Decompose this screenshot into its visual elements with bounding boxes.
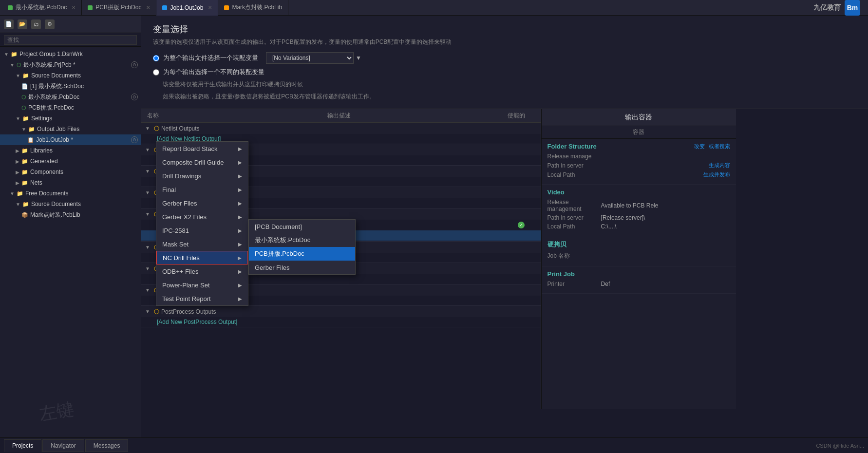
enabled-circle-gerber: ✓ (518, 222, 525, 228)
var-desc: 该变量的选项仅适用于从该页面生成的输出。对于PCB配置的发布，变量的使用通常由P… (153, 38, 856, 46)
video-name: Video (547, 189, 565, 196)
brand: 九亿教育 Bm (813, 0, 868, 16)
tree-item-components[interactable]: ▶ 📁 Components (0, 167, 141, 177)
folder-icon-settings: 📁 (22, 115, 29, 122)
hardcopy-title: 硬拷贝 (547, 240, 566, 249)
container-print-job: Print Job Printer Def (542, 266, 736, 294)
tree-item-free-documents[interactable]: ▼ 📁 Free Documents (0, 188, 141, 199)
arrow-validation: ▼ (145, 266, 150, 271)
toolbar-icon-settings[interactable]: ⚙ (45, 19, 55, 29)
var-radio-2[interactable] (153, 69, 159, 76)
add-postprocess-output[interactable]: [Add New PostProcess Output] (141, 317, 541, 327)
toolbar-icon-open[interactable]: 📂 (18, 19, 27, 29)
arrow-icon-nc-drill: ▶ (238, 255, 242, 261)
folder-structure-change-btn[interactable]: 改变 (694, 143, 705, 150)
toolbar-icon-new[interactable]: 📄 (4, 19, 14, 29)
bottom-right-text: CSDN @Hide Asn... (816, 443, 864, 449)
var-dropdown[interactable]: [No Variations] (266, 52, 354, 64)
video-local-field: Local Path C:\....\ (547, 223, 730, 230)
bottom-tab-navigator[interactable]: Navigator (42, 439, 84, 452)
folder-local-path-field: Local Path 生成并发布 (547, 171, 730, 178)
tree-item-project[interactable]: ▼ ⬡ 最小系统板.PrjPcb * ⊙ (0, 59, 141, 70)
dropdown-item-test-point[interactable]: Test Point Report ▶ (156, 292, 248, 305)
output-group-header-netlist[interactable]: ▼ ⬡ Netlist Outputs (141, 123, 541, 134)
tree-item-nets[interactable]: ▶ 📁 Nets (0, 177, 141, 188)
container-folder-structure: Folder Structure 改变 或者搜索 Release manage … (542, 139, 736, 185)
tree-item-source-docs[interactable]: ▼ 📁 Source Documents (0, 70, 141, 81)
job-icon: 📋 (27, 137, 34, 143)
folder-structure-actions: 改变 或者搜索 (694, 143, 730, 150)
tree-item-libraries[interactable]: ▶ 📁 Libraries (0, 145, 141, 156)
tab-job1[interactable]: Job1.OutJob ✕ (156, 0, 218, 16)
video-server-value: [Release server]\ (601, 214, 645, 221)
dropdown-item-drill-drawings[interactable]: Drill Drawings ▶ (156, 169, 248, 183)
submenu-item-pcb-document[interactable]: [PCB Document] (249, 220, 355, 233)
folder-path-server-label: Path in server (547, 162, 601, 169)
tree-item-pcb-panel[interactable]: ⬡ PCB拼版.PcbDoc (0, 102, 141, 113)
folder-structure-name: Folder Structure (547, 143, 597, 150)
tree-item-generated[interactable]: ▶ 📁 Generated (0, 156, 141, 167)
print-job-header: Print Job (547, 270, 730, 278)
folder-local-action[interactable]: 生成并发布 (703, 171, 730, 178)
tab-bar: 最小系统板.PcbDoc ✕ PCB拼版.PcbDoc ✕ Job1.OutJo… (0, 0, 868, 16)
arrow-icon-composite-drill: ▶ (238, 160, 242, 165)
arrow-icon-odb: ▶ (238, 269, 242, 274)
tree-item-free-src[interactable]: ▼ 📁 Source Documents (0, 199, 141, 209)
folder-path-server-action[interactable]: 生成内容 (709, 162, 730, 169)
dropdown-menu: Report Board Stack ▶ Composite Drill Gui… (156, 141, 248, 306)
arrow-icon-ipc2581: ▶ (238, 228, 242, 233)
dropdown-item-mask-set[interactable]: Mask Set ▶ (156, 237, 248, 251)
folder-icon-libraries: 📁 (21, 148, 28, 154)
folder-icon-group: 📁 (11, 51, 18, 57)
dropdown-item-odb[interactable]: ODB++ Files ▶ (156, 264, 248, 278)
video-server-field: Path in server [Release server]\ (547, 214, 730, 221)
folder-structure-migrate-btn[interactable]: 或者搜索 (709, 143, 730, 150)
search-input[interactable] (4, 35, 137, 45)
var-radio-1[interactable] (153, 55, 159, 61)
tree-item-mark-lib[interactable]: 📦 Mark点封装.PcbLib (0, 209, 141, 220)
tree-item-settings[interactable]: ▼ 📁 Settings (0, 113, 141, 124)
submenu-item-gerber-files[interactable]: Gerber Files (249, 261, 355, 274)
dropdown-item-report-board-stack[interactable]: Report Board Stack ▶ (156, 142, 248, 155)
bottom-tab-projects[interactable]: Projects (4, 439, 41, 452)
containers-title: 输出容器 (542, 109, 736, 126)
tree-item-job1[interactable]: 📋 Job1.OutJob * ⊙ (0, 134, 141, 145)
tree-item-output-job-files[interactable]: ▼ 📁 Output Job Files (0, 124, 141, 134)
arrow-icon-settings: ▼ (16, 116, 20, 121)
dropdown-item-gerber-x2[interactable]: Gerber X2 Files ▶ (156, 210, 248, 224)
lib-icon-mark: 📦 (21, 212, 28, 218)
tree-item-project-group[interactable]: ▼ 📁 Project Group 1.DsnWrk (0, 49, 141, 59)
folder-icon-components: 📁 (21, 169, 28, 175)
hardcopy-jobname-label: Job 名称 (547, 252, 601, 260)
dropdown-item-nc-drill[interactable]: NC Drill Files ▶ (156, 251, 248, 264)
folder-release-field: Release manage (547, 153, 730, 160)
left-panel: 📄 📂 🗂 ⚙ ▼ 📁 Project Group 1.DsnWrk ▼ ⬡ 最… (0, 16, 141, 437)
output-group-header-postprocess[interactable]: ▼ ⬡ PostProcess Outputs (141, 306, 541, 317)
arrow-icon-outjob: ▼ (21, 127, 26, 132)
submenu-item-min-sys[interactable]: 最小系统板.PcbDoc (249, 233, 355, 247)
tree-item-sch[interactable]: 📄 [1] 最小系统.SchDoc (0, 81, 141, 92)
print-printer-field: Printer Def (547, 281, 730, 287)
tab-mark-lib[interactable]: Mark点封装.PcbLib (218, 0, 288, 16)
dropdown-item-composite-drill[interactable]: Composite Drill Guide ▶ (156, 155, 248, 169)
arrow-documentation: ▼ (145, 169, 150, 174)
dropdown-item-final[interactable]: Final ▶ (156, 183, 248, 196)
folder-icon-free: 📁 (17, 190, 23, 197)
dropdown-item-ipc2581[interactable]: IPC-2581 ▶ (156, 224, 248, 237)
toolbar-icon-folder[interactable]: 🗂 (31, 19, 41, 29)
folder-path-server-field: Path in server 生成内容 (547, 162, 730, 169)
arrow-simulator: ▼ (145, 147, 150, 152)
tree-item-min-pcb[interactable]: ⬡ 最小系统板.PcbDoc ⊙ (0, 92, 141, 102)
tab-pcb-panel[interactable]: PCB拼版.PcbDoc ✕ (82, 0, 156, 16)
tab-close-3[interactable]: ✕ (208, 5, 212, 10)
bottom-tab-messages[interactable]: Messages (85, 439, 129, 452)
folder-release-label: Release manage (547, 153, 601, 160)
tab-close-2[interactable]: ✕ (146, 5, 150, 10)
dropdown-item-power-plane[interactable]: Power-Plane Set ▶ (156, 278, 248, 292)
tab-close-1[interactable]: ✕ (72, 5, 75, 10)
output-list-header: 名称 输出描述 使能的 (141, 109, 541, 123)
submenu-item-pcb-panel[interactable]: PCB拼版.PcbDoc (249, 247, 355, 261)
dropdown-item-gerber-files[interactable]: Gerber Files ▶ (156, 196, 248, 210)
tab-min-sys-pcb[interactable]: 最小系统板.PcbDoc ✕ (2, 0, 82, 16)
arrow-icon-gerber: ▶ (238, 201, 242, 206)
